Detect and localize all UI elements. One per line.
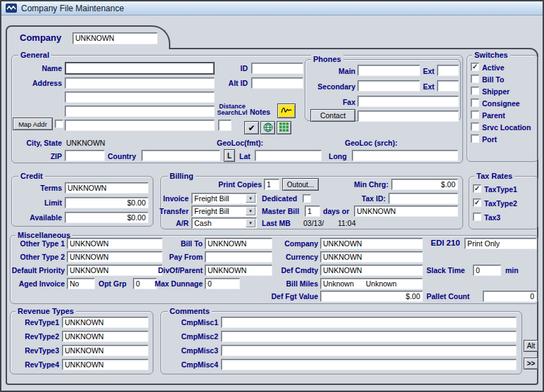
aged-invoice-field[interactable]: No [67,278,95,289]
switch-consignee-checkbox[interactable] [471,99,479,107]
address3-field[interactable] [65,106,215,117]
pay-from-field[interactable] [205,251,272,263]
max-dunnage-field[interactable]: 0 [205,278,240,289]
terms-field[interactable]: UNKNOWN [65,182,148,194]
app-icon [6,4,17,13]
print-copies-field[interactable]: 1 [264,179,279,190]
notes-button[interactable] [277,103,296,118]
map-addr-checkbox[interactable] [55,120,63,128]
contact-field[interactable] [358,110,459,122]
more-button[interactable]: >> [524,358,538,369]
notes-scribble-icon [280,106,293,116]
cmpmisc2-field[interactable] [221,331,517,342]
alt-button[interactable]: Alt [524,340,538,352]
switch-active-label: Active [482,63,505,72]
divof-parent-label: DivOf/Parent [152,266,203,274]
zip-field[interactable] [65,150,105,161]
max-dunnage-label: Max Dunnage [149,279,203,288]
default-priority-label: Default Priority [3,266,65,274]
map-addr-button[interactable]: Map Addr [13,118,53,130]
currency-field[interactable]: UNKNOWN [320,251,423,263]
misc-company-field[interactable]: UNKNOWN [320,238,423,249]
fax-field[interactable] [358,96,459,107]
tax3-checkbox[interactable] [473,213,481,221]
alt-id-field[interactable] [251,77,303,89]
def-fgt-value-field[interactable]: $.00 [320,291,423,302]
limit-field[interactable]: $0.00 [65,197,148,208]
dropdown-arrow-icon[interactable]: ▼ [246,219,255,227]
other-type-2-field[interactable]: UNKNOWN [67,251,163,263]
revtype4-field[interactable]: UNKNOWN [62,359,148,370]
taxtype2-checkbox[interactable]: ✓ [473,198,481,207]
invoice-dropdown[interactable]: Freight Bill ▼ [191,193,257,204]
country-field[interactable] [141,150,220,161]
bill-miles-field[interactable]: Unknown Unknown [320,278,423,289]
pallet-count-label: Pallet Count [426,292,469,301]
id-field[interactable] [251,63,303,74]
edi-210-field[interactable]: Print Only [464,238,537,249]
ar-dropdown[interactable]: Cash ▼ [191,217,257,229]
switch-billto-checkbox[interactable] [471,75,479,83]
phone-main-field[interactable] [358,65,420,76]
address1-field[interactable] [65,77,215,89]
cmpmisc1-field[interactable] [221,317,517,328]
name-field[interactable] [65,62,215,75]
min-chrg-field[interactable]: $.00 [391,179,458,190]
switch-active-checkbox[interactable]: ✓ [471,63,479,71]
switch-shipper-checkbox[interactable] [471,87,479,95]
revtype2-field[interactable]: UNKNOWN [62,331,148,342]
globe-icon [263,122,273,134]
transfer-dropdown[interactable]: Freight Bill ▼ [191,206,257,217]
cmpmisc1-label: CmpMisc1 [169,318,218,327]
grid-button[interactable] [277,121,291,134]
default-priority-field[interactable]: UNKNOWN [67,265,163,276]
revenue-types-title: Revenue Types [15,307,76,316]
tax-rates-title: Tax Rates [474,172,514,181]
revtype3-field[interactable]: UNKNOWN [62,345,148,356]
revtype3-label: RevType3 [10,346,59,355]
output-button[interactable]: Outout... [282,178,319,191]
phone-ext2-field[interactable] [437,80,459,91]
dropdown-arrow-icon[interactable]: ▼ [246,194,255,203]
divof-parent-field[interactable]: UNKNOWN [205,265,272,276]
phone-secondary-label: Secondary [312,82,355,91]
long-label: Long [329,152,347,160]
lookup-l-button[interactable]: L [224,149,235,162]
tax3-label: Tax3 [484,213,500,222]
slack-time-field[interactable]: 0 [473,265,501,276]
company-field[interactable]: UNKNOWN [72,32,158,44]
title-bar[interactable]: Company File Maintenance [1,1,543,15]
phone-secondary-field[interactable] [358,80,420,91]
misc-bill-to-field[interactable]: UNKNOWN [205,238,272,249]
cmpmisc3-field[interactable] [221,345,517,356]
distance-searchlvl-field[interactable] [218,120,232,131]
phone-ext-field[interactable] [437,65,459,76]
cmpmisc4-field[interactable] [221,359,517,370]
dedicated-checkbox[interactable] [303,194,311,203]
revtype1-field[interactable]: UNKNOWN [62,317,148,328]
switch-port-checkbox[interactable] [471,134,479,143]
address2-field[interactable] [65,91,215,103]
available-field[interactable]: $0.00 [65,212,148,223]
def-cmdty-field[interactable]: UNKNOWN [320,265,423,276]
master-bill-code-field[interactable]: UNKNOWN [354,206,458,217]
verify-button[interactable]: ✔ [244,121,259,134]
other-type-1-field[interactable]: UNKNOWN [67,238,163,249]
taxtype1-label: TaxType1 [484,185,517,194]
globe-button[interactable] [260,121,275,134]
taxtype1-checkbox[interactable]: ✓ [473,184,481,193]
dropdown-arrow-icon[interactable]: ▼ [246,207,255,215]
switch-srvc-location-checkbox[interactable] [471,122,479,131]
switch-parent-checkbox[interactable] [471,110,479,119]
address4-field[interactable] [65,120,215,131]
contact-button[interactable]: Contact [310,109,355,122]
pallet-count-field[interactable]: 0 [483,291,537,302]
limit-label: Limit [20,198,62,207]
cmpmisc4-label: CmpMisc4 [169,360,218,369]
master-bill-field[interactable]: 1 [305,206,320,217]
tax-id-field[interactable] [388,193,458,204]
long-field[interactable] [352,150,458,161]
phone-main-label: Main [319,67,355,75]
window: Company File Maintenance Company UNKNOWN… [0,0,544,392]
lat-field[interactable] [255,150,322,161]
